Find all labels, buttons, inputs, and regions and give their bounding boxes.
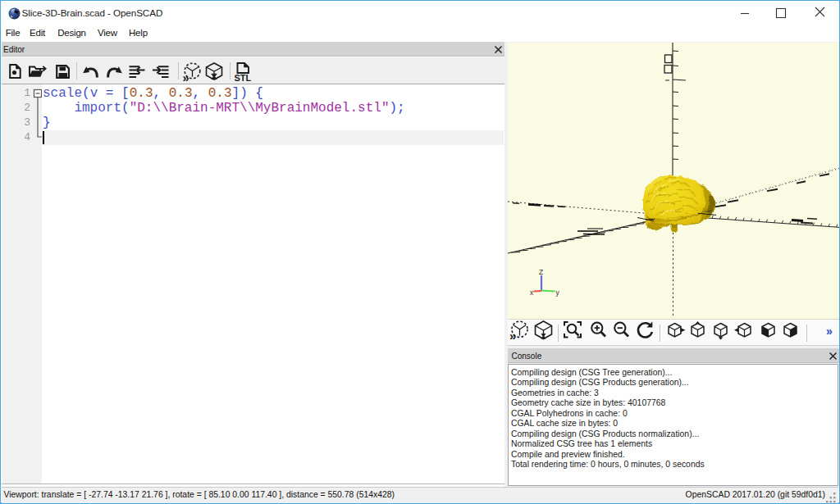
svg-text:x: x [530, 288, 534, 297]
svg-text:»: » [183, 71, 189, 83]
svg-text:STL: STL [235, 73, 252, 82]
svg-text:»: » [509, 329, 516, 341]
svg-text:y: y [556, 288, 560, 297]
svg-text:Z: Z [539, 268, 543, 276]
